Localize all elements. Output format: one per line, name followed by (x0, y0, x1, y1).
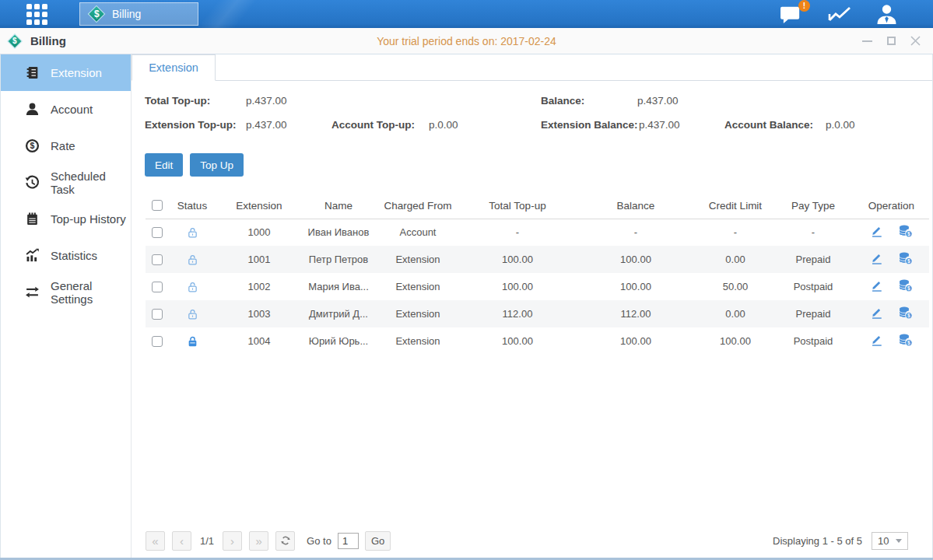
cell-charged-from: Extension (374, 300, 461, 327)
total-topup-value: p.437.00 (246, 95, 287, 107)
app-grid-menu-icon[interactable] (26, 4, 47, 25)
status-lock-icon (187, 253, 198, 264)
cell-balance: 100.00 (573, 273, 698, 300)
cell-pay-type: Prepaid (773, 246, 854, 273)
sidebar-item-general-settings[interactable]: General Settings (1, 274, 131, 310)
table-row: 1003 Дмитрий Д... Extension 112.00 112.0… (146, 300, 929, 327)
top-up-icon[interactable]: $ (898, 306, 913, 322)
last-page-button[interactable]: » (249, 531, 268, 551)
status-lock-icon (187, 307, 198, 319)
sidebar-item-scheduled-task[interactable]: Scheduled Task (1, 164, 131, 201)
top-up-icon[interactable]: $ (898, 224, 913, 240)
extensions-table: Status Extension Name Charged From Total… (146, 193, 929, 355)
refresh-button[interactable] (275, 531, 295, 551)
edit-icon[interactable] (870, 251, 883, 268)
next-page-button[interactable]: › (223, 531, 242, 551)
taskbar-item-billing[interactable]: $ Billing (79, 2, 198, 26)
first-page-button[interactable]: « (146, 531, 165, 551)
cell-credit-limit: 100.00 (698, 327, 773, 355)
extension-topup-value: p.437.00 (246, 119, 287, 131)
top-up-icon[interactable]: $ (898, 251, 913, 268)
cell-balance: 112.00 (573, 300, 698, 327)
page-size-value: 10 (878, 535, 889, 547)
maximize-icon[interactable] (886, 36, 896, 47)
cell-charged-from: Account (374, 219, 461, 246)
sidebar-item-account[interactable]: Account (1, 91, 131, 128)
col-balance: Balance (573, 193, 698, 219)
cell-extension: 1003 (216, 300, 303, 327)
account-topup-label: Account Top-up: (331, 119, 415, 131)
notifications-message-icon[interactable]: ! (779, 4, 805, 25)
sidebar-item-label: Statistics (51, 249, 97, 262)
go-button[interactable]: Go (365, 531, 391, 551)
page-size-dropdown[interactable]: 10 (872, 532, 908, 550)
cell-charged-from: Extension (374, 246, 461, 273)
cell-extension: 1002 (216, 273, 303, 300)
svg-text:$: $ (907, 340, 910, 346)
chevron-down-icon (896, 539, 902, 543)
cell-balance: - (573, 219, 698, 246)
cell-charged-from: Extension (374, 327, 461, 355)
col-extension: Extension (216, 193, 303, 219)
extension-balance-value: p.437.00 (639, 119, 680, 131)
row-checkbox[interactable] (152, 254, 163, 265)
trial-notice: Your trial period ends on: 2017-02-24 (377, 35, 556, 47)
sidebar-item-extension[interactable]: Extension (1, 54, 131, 91)
col-credit-limit: Credit Limit (698, 193, 773, 219)
cell-name: Дмитрий Д... (303, 300, 374, 327)
cell-name: Петр Петров (303, 246, 374, 273)
user-account-icon[interactable] (875, 3, 899, 25)
edit-icon[interactable] (870, 333, 883, 349)
pagination-bar: « ‹ 1/1 › » Go to Go Displaying (146, 530, 908, 551)
sidebar-item-statistics[interactable]: Statistics (1, 237, 131, 274)
svg-text:$: $ (907, 231, 910, 237)
cell-balance: 100.00 (573, 246, 698, 273)
history-clock-icon (25, 175, 40, 190)
goto-page-input[interactable] (338, 533, 359, 549)
table-row: 1004 Юрий Юрь... Extension 100.00 100.00… (146, 327, 929, 355)
statistics-chart-icon[interactable] (826, 4, 853, 24)
edit-icon[interactable] (870, 278, 883, 295)
sidebar-item-rate[interactable]: $ Rate (1, 128, 131, 164)
sidebar-item-label: Top-up History (51, 212, 126, 226)
balance-label: Balance: (541, 95, 584, 107)
cell-total-topup: 100.00 (461, 246, 573, 273)
minimize-icon[interactable] (861, 36, 872, 47)
top-up-icon[interactable]: $ (898, 278, 913, 295)
account-topup-value: p.0.00 (429, 119, 458, 131)
svg-text:$: $ (907, 258, 910, 264)
line-chart-icon (826, 4, 853, 24)
window-content: Extension Account $ Rate (0, 54, 933, 558)
close-icon[interactable] (910, 36, 921, 47)
extension-panel: Extension Total Top-up: p.437.00 Balance… (132, 54, 932, 558)
unlocked-padlock-icon (187, 308, 198, 320)
status-lock-icon (187, 334, 198, 346)
edit-icon[interactable] (870, 306, 883, 322)
cell-balance: 100.00 (573, 327, 698, 355)
refresh-icon (280, 535, 291, 546)
sidebar-item-topup-history[interactable]: Top-up History (1, 201, 131, 237)
select-all-checkbox[interactable] (152, 200, 163, 211)
row-checkbox[interactable] (152, 336, 163, 347)
tab-extension[interactable]: Extension (132, 54, 216, 81)
person-icon (875, 3, 899, 25)
cell-pay-type: Prepaid (773, 300, 854, 327)
cell-pay-type: - (773, 219, 854, 246)
cell-total-topup: 100.00 (461, 273, 573, 300)
row-checkbox[interactable] (152, 227, 163, 238)
prev-page-button[interactable]: ‹ (172, 531, 191, 551)
edit-icon[interactable] (870, 224, 883, 240)
cell-pay-type: Postpaid (773, 273, 854, 300)
locked-padlock-icon (187, 335, 198, 348)
edit-button[interactable]: Edit (145, 153, 183, 177)
svg-text:$: $ (907, 313, 910, 319)
table-row: 1002 Мария Ива... Extension 100.00 100.0… (146, 273, 929, 300)
top-up-icon[interactable]: $ (898, 333, 913, 349)
col-status: Status (169, 193, 216, 219)
top-up-button[interactable]: Top Up (190, 153, 244, 177)
row-checkbox[interactable] (152, 282, 163, 292)
cell-credit-limit: 0.00 (698, 300, 773, 327)
row-checkbox[interactable] (152, 309, 163, 320)
desktop-topbar: $ Billing ! (0, 0, 933, 28)
window-titlebar: $ Billing Your trial period ends on: 201… (0, 28, 933, 54)
